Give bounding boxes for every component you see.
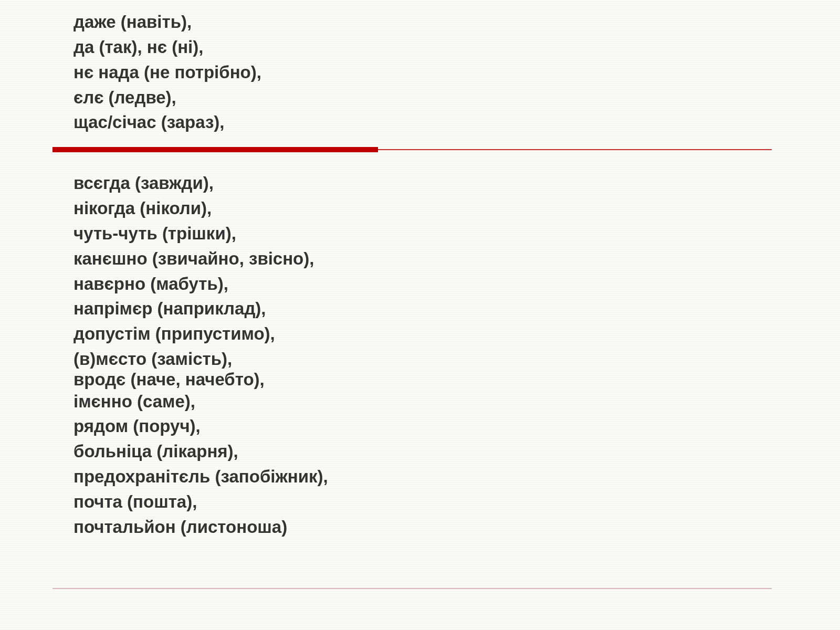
text-line: щас/січас (зараз), bbox=[74, 110, 766, 135]
text-line: даже (навіть), bbox=[74, 9, 766, 35]
text-line: почта (пошта), bbox=[74, 489, 766, 514]
text-line: (в)мєсто (замість), bbox=[74, 346, 766, 372]
text-line: імєнно (саме), bbox=[74, 389, 766, 414]
text-line: напрімєр (наприклад), bbox=[74, 296, 766, 321]
divider-thick-bar bbox=[52, 147, 378, 152]
text-line: допустім (припустимо), bbox=[74, 321, 766, 346]
slide-background: даже (навіть), да (так), нє (ні), нє над… bbox=[0, 0, 840, 630]
bottom-rule bbox=[52, 588, 772, 589]
text-line: всєгда (завжди), bbox=[74, 171, 766, 196]
text-line: нє нада (не потрібно), bbox=[74, 60, 766, 85]
text-line: рядом (поруч), bbox=[74, 414, 766, 439]
text-line: єлє (ледве), bbox=[74, 85, 766, 110]
divider bbox=[52, 142, 772, 158]
text-line: больніца (лікарня), bbox=[74, 439, 766, 464]
text-line: нікогда (ніколи), bbox=[74, 196, 766, 221]
text-line: да (так), нє (ні), bbox=[74, 35, 766, 60]
text-line: навєрно (мабуть), bbox=[74, 271, 766, 297]
text-line: чуть-чуть (трішки), bbox=[74, 221, 766, 246]
text-line: предохранітєль (запобіжник), bbox=[74, 464, 766, 489]
text-line: вродє (наче, начебто), bbox=[74, 371, 766, 389]
slide-content: даже (навіть), да (так), нє (ні), нє над… bbox=[74, 9, 766, 540]
text-line: почтальйон (листоноша) bbox=[74, 514, 766, 540]
text-line: канєшно (звичайно, звісно), bbox=[74, 246, 766, 271]
